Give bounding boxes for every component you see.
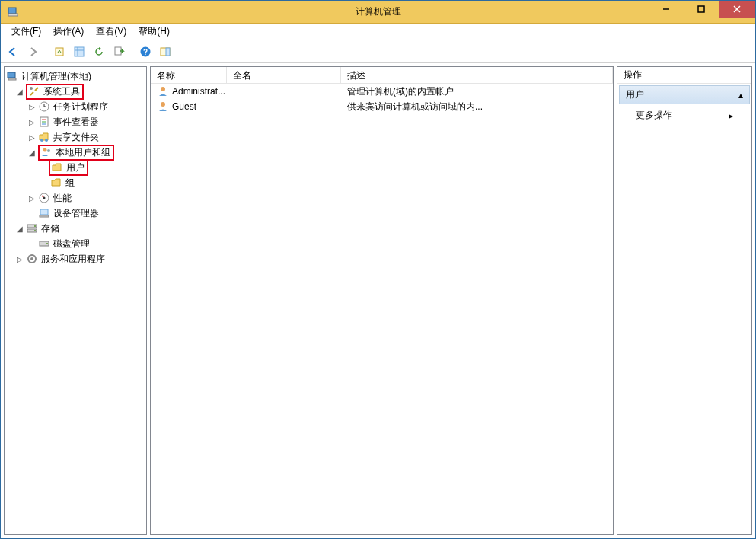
tree-label: 本地用户和组 xyxy=(54,146,112,159)
tree-groups[interactable]: 组 xyxy=(6,175,145,190)
tools-icon xyxy=(28,85,40,97)
tree-local-users-groups[interactable]: ◢ 本地用户和组 xyxy=(6,145,145,160)
up-button[interactable] xyxy=(50,43,69,61)
tree-services-apps[interactable]: ▷ 服务和应用程序 xyxy=(6,251,145,266)
show-hide-pane-button[interactable] xyxy=(156,43,174,61)
expander-icon[interactable]: ◢ xyxy=(15,87,24,96)
svg-text:?: ? xyxy=(143,48,148,56)
expander-icon[interactable]: ◢ xyxy=(15,224,24,233)
disk-icon xyxy=(38,238,50,250)
tree-label: 存储 xyxy=(40,222,61,235)
user-name: Guest xyxy=(172,101,196,112)
tree-task-scheduler[interactable]: ▷ 任务计划程序 xyxy=(6,99,145,114)
toolbar-separator xyxy=(46,44,46,59)
cell-description: 管理计算机(域)的内置帐户 xyxy=(341,85,613,98)
export-button[interactable] xyxy=(110,43,128,61)
list-row[interactable]: Administrat... 管理计算机(域)的内置帐户 xyxy=(151,84,613,99)
actions-pane: 操作 用户 ▴ 更多操作 ▸ xyxy=(617,66,752,535)
user-icon xyxy=(157,100,169,113)
window-controls xyxy=(649,1,755,18)
clock-icon xyxy=(38,100,50,113)
svg-rect-15 xyxy=(8,72,15,78)
menu-action[interactable]: 操作(A) xyxy=(47,24,90,40)
user-icon xyxy=(157,85,169,97)
column-name[interactable]: 名称 xyxy=(151,67,227,83)
svg-point-25 xyxy=(40,139,43,142)
folder-icon xyxy=(51,161,63,174)
users-icon xyxy=(40,146,53,158)
computer-icon xyxy=(6,70,18,82)
maximize-button[interactable] xyxy=(684,1,719,18)
tree-label: 设备管理器 xyxy=(52,207,100,220)
tree-disk-management[interactable]: 磁盘管理 xyxy=(6,236,145,251)
svg-point-30 xyxy=(43,197,46,199)
svg-rect-1 xyxy=(8,14,18,16)
refresh-button[interactable] xyxy=(90,43,108,61)
svg-rect-7 xyxy=(75,47,84,56)
svg-point-41 xyxy=(161,87,165,91)
actions-section-title: 用户 xyxy=(626,88,644,101)
tree-performance[interactable]: ▷ 性能 xyxy=(6,190,145,206)
tree-label: 系统工具 xyxy=(42,85,81,98)
svg-rect-31 xyxy=(40,209,48,215)
back-button[interactable] xyxy=(4,43,22,61)
column-description[interactable]: 描述 xyxy=(341,67,613,83)
tree-label: 服务和应用程序 xyxy=(40,253,107,266)
folder-icon xyxy=(50,177,62,189)
list-row[interactable]: Guest 供来宾访问计算机或访问域的内... xyxy=(151,99,613,114)
actions-more[interactable]: 更多操作 ▸ xyxy=(617,106,751,125)
tree-event-viewer[interactable]: ▷ 事件查看器 xyxy=(6,114,145,129)
tree-label: 磁盘管理 xyxy=(52,238,91,250)
svg-point-27 xyxy=(43,148,47,152)
expander-icon[interactable]: ▷ xyxy=(27,193,37,203)
svg-point-40 xyxy=(30,257,33,260)
svg-rect-14 xyxy=(166,48,170,56)
expander-icon[interactable]: ▷ xyxy=(27,117,37,126)
help-button[interactable]: ? xyxy=(136,43,155,61)
tree-label: 共享文件夹 xyxy=(52,131,100,144)
tree-pane: 计算机管理(本地) ◢ 系统工具 ▷ 任务计划程序 ▷ xyxy=(4,66,147,535)
event-icon xyxy=(38,116,50,128)
svg-point-17 xyxy=(30,87,33,90)
menubar: 文件(F) 操作(A) 查看(V) 帮助(H) xyxy=(1,24,755,40)
app-icon xyxy=(7,6,19,18)
toolbar-separator xyxy=(132,44,132,59)
tree-label: 组 xyxy=(64,177,76,190)
actions-more-label: 更多操作 xyxy=(636,109,672,122)
user-name: Administrat... xyxy=(172,86,225,97)
expander-icon[interactable]: ▷ xyxy=(27,132,37,142)
collapse-icon: ▴ xyxy=(738,90,743,100)
tree-storage[interactable]: ◢ 存储 xyxy=(6,221,145,236)
chevron-right-icon: ▸ xyxy=(729,110,733,121)
expander-icon[interactable]: ▷ xyxy=(15,254,24,263)
svg-point-38 xyxy=(46,243,48,244)
expander-icon[interactable]: ▷ xyxy=(27,102,37,111)
tree-label: 任务计划程序 xyxy=(52,100,110,113)
actions-header: 操作 xyxy=(617,67,751,84)
svg-point-36 xyxy=(34,230,36,231)
tree-root[interactable]: 计算机管理(本地) xyxy=(6,69,145,84)
navigation-tree: 计算机管理(本地) ◢ 系统工具 ▷ 任务计划程序 ▷ xyxy=(5,67,146,534)
column-fullname[interactable]: 全名 xyxy=(227,67,341,83)
svg-point-28 xyxy=(47,149,50,152)
expander-icon[interactable]: ◢ xyxy=(27,148,37,157)
actions-section[interactable]: 用户 ▴ xyxy=(619,85,750,104)
close-button[interactable] xyxy=(719,1,755,18)
tree-label: 用户 xyxy=(65,161,86,174)
tree-shared-folders[interactable]: ▷ 共享文件夹 xyxy=(6,129,145,145)
list-body: Administrat... 管理计算机(域)的内置帐户 Guest 供来宾访问… xyxy=(151,84,613,534)
svg-rect-16 xyxy=(8,78,16,80)
properties-button[interactable] xyxy=(70,43,88,61)
tree-device-manager[interactable]: 设备管理器 xyxy=(6,206,145,221)
titlebar: 计算机管理 xyxy=(1,1,755,24)
minimize-button[interactable] xyxy=(649,1,684,18)
menu-file[interactable]: 文件(F) xyxy=(5,24,47,40)
tree-users[interactable]: 用户 xyxy=(6,160,145,175)
services-icon xyxy=(26,253,38,265)
tree-system-tools[interactable]: ◢ 系统工具 xyxy=(6,84,145,99)
menu-view[interactable]: 查看(V) xyxy=(90,24,132,40)
cell-name: Administrat... xyxy=(151,85,227,97)
menu-help[interactable]: 帮助(H) xyxy=(132,24,176,40)
forward-button[interactable] xyxy=(24,43,42,61)
svg-point-35 xyxy=(34,225,36,227)
